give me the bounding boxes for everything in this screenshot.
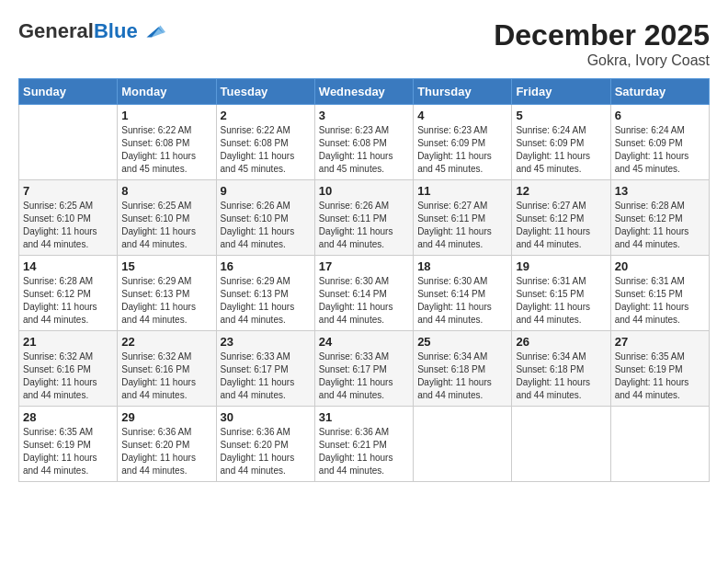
day-number: 3 — [319, 109, 409, 122]
calendar-table: SundayMondayTuesdayWednesdayThursdayFrid… — [18, 78, 710, 482]
calendar-cell: 16Sunrise: 6:29 AM Sunset: 6:13 PM Dayli… — [216, 256, 314, 331]
calendar-cell: 29Sunrise: 6:36 AM Sunset: 6:20 PM Dayli… — [118, 407, 216, 482]
day-info: Sunrise: 6:23 AM Sunset: 6:08 PM Dayligh… — [319, 124, 409, 176]
calendar-cell: 28Sunrise: 6:35 AM Sunset: 6:19 PM Dayli… — [19, 407, 118, 482]
day-number: 17 — [319, 259, 409, 273]
day-number: 5 — [516, 109, 606, 122]
day-info: Sunrise: 6:28 AM Sunset: 6:12 PM Dayligh… — [23, 275, 113, 327]
day-number: 8 — [121, 184, 211, 198]
logo-blue-text: Blue — [94, 19, 138, 42]
logo: GeneralBlue — [18, 18, 165, 44]
day-info: Sunrise: 6:25 AM Sunset: 6:10 PM Dayligh… — [23, 200, 113, 251]
weekday-header: Monday — [118, 79, 216, 105]
day-number: 15 — [121, 259, 211, 273]
day-info: Sunrise: 6:29 AM Sunset: 6:13 PM Dayligh… — [221, 275, 311, 327]
day-info: Sunrise: 6:22 AM Sunset: 6:08 PM Dayligh… — [221, 124, 311, 176]
calendar-cell: 2Sunrise: 6:22 AM Sunset: 6:08 PM Daylig… — [216, 105, 314, 180]
day-info: Sunrise: 6:30 AM Sunset: 6:14 PM Dayligh… — [417, 275, 507, 327]
day-number: 18 — [417, 259, 507, 273]
weekday-header: Thursday — [414, 79, 512, 105]
calendar-cell: 7Sunrise: 6:25 AM Sunset: 6:10 PM Daylig… — [19, 180, 118, 256]
weekday-header: Wednesday — [314, 79, 413, 105]
calendar-cell — [512, 407, 610, 482]
day-number: 2 — [221, 109, 311, 122]
day-info: Sunrise: 6:36 AM Sunset: 6:21 PM Dayligh… — [319, 426, 409, 477]
day-info: Sunrise: 6:25 AM Sunset: 6:10 PM Dayligh… — [121, 200, 211, 251]
calendar-cell: 25Sunrise: 6:34 AM Sunset: 6:18 PM Dayli… — [414, 331, 512, 407]
calendar-header-row: SundayMondayTuesdayWednesdayThursdayFrid… — [19, 79, 710, 105]
calendar-cell: 26Sunrise: 6:34 AM Sunset: 6:18 PM Dayli… — [512, 331, 610, 407]
day-info: Sunrise: 6:30 AM Sunset: 6:14 PM Dayligh… — [319, 275, 409, 327]
calendar-cell: 11Sunrise: 6:27 AM Sunset: 6:11 PM Dayli… — [414, 180, 512, 256]
day-info: Sunrise: 6:24 AM Sunset: 6:09 PM Dayligh… — [516, 124, 606, 176]
day-info: Sunrise: 6:36 AM Sunset: 6:20 PM Dayligh… — [121, 426, 211, 477]
month-year-title: December 2025 — [494, 18, 710, 52]
day-info: Sunrise: 6:27 AM Sunset: 6:11 PM Dayligh… — [417, 200, 507, 251]
calendar-cell: 22Sunrise: 6:32 AM Sunset: 6:16 PM Dayli… — [118, 331, 216, 407]
day-number: 1 — [121, 109, 211, 122]
calendar-week-row: 28Sunrise: 6:35 AM Sunset: 6:19 PM Dayli… — [19, 407, 710, 482]
day-number: 22 — [121, 335, 211, 349]
calendar-cell: 20Sunrise: 6:31 AM Sunset: 6:15 PM Dayli… — [610, 256, 709, 331]
day-info: Sunrise: 6:26 AM Sunset: 6:10 PM Dayligh… — [221, 200, 311, 251]
day-number: 25 — [417, 335, 507, 349]
day-number: 31 — [319, 410, 409, 424]
day-number: 19 — [516, 259, 606, 273]
weekday-header: Sunday — [19, 79, 118, 105]
calendar-cell: 12Sunrise: 6:27 AM Sunset: 6:12 PM Dayli… — [512, 180, 610, 256]
calendar-cell: 31Sunrise: 6:36 AM Sunset: 6:21 PM Dayli… — [314, 407, 413, 482]
calendar-cell: 15Sunrise: 6:29 AM Sunset: 6:13 PM Dayli… — [118, 256, 216, 331]
day-number: 9 — [221, 184, 311, 198]
day-number: 20 — [615, 259, 705, 273]
calendar-cell: 1Sunrise: 6:22 AM Sunset: 6:08 PM Daylig… — [118, 105, 216, 180]
calendar-cell: 27Sunrise: 6:35 AM Sunset: 6:19 PM Dayli… — [610, 331, 709, 407]
day-number: 27 — [615, 335, 705, 349]
weekday-header: Tuesday — [216, 79, 314, 105]
calendar-cell: 4Sunrise: 6:23 AM Sunset: 6:09 PM Daylig… — [414, 105, 512, 180]
day-info: Sunrise: 6:35 AM Sunset: 6:19 PM Dayligh… — [615, 350, 705, 402]
day-info: Sunrise: 6:33 AM Sunset: 6:17 PM Dayligh… — [221, 350, 311, 402]
day-info: Sunrise: 6:32 AM Sunset: 6:16 PM Dayligh… — [121, 350, 211, 402]
calendar-week-row: 7Sunrise: 6:25 AM Sunset: 6:10 PM Daylig… — [19, 180, 710, 256]
calendar-cell: 23Sunrise: 6:33 AM Sunset: 6:17 PM Dayli… — [216, 331, 314, 407]
calendar-cell: 3Sunrise: 6:23 AM Sunset: 6:08 PM Daylig… — [314, 105, 413, 180]
day-number: 24 — [319, 335, 409, 349]
calendar-cell: 9Sunrise: 6:26 AM Sunset: 6:10 PM Daylig… — [216, 180, 314, 256]
page-header: GeneralBlue December 2025 Gokra, Ivory C… — [18, 18, 710, 69]
calendar-cell — [610, 407, 709, 482]
day-number: 11 — [417, 184, 507, 198]
day-info: Sunrise: 6:29 AM Sunset: 6:13 PM Dayligh… — [121, 275, 211, 327]
calendar-cell — [414, 407, 512, 482]
calendar-cell: 8Sunrise: 6:25 AM Sunset: 6:10 PM Daylig… — [118, 180, 216, 256]
day-info: Sunrise: 6:28 AM Sunset: 6:12 PM Dayligh… — [615, 200, 705, 251]
day-info: Sunrise: 6:32 AM Sunset: 6:16 PM Dayligh… — [23, 350, 113, 402]
title-block: December 2025 Gokra, Ivory Coast — [494, 18, 710, 69]
location-subtitle: Gokra, Ivory Coast — [494, 52, 710, 69]
day-number: 29 — [121, 410, 211, 424]
calendar-cell: 13Sunrise: 6:28 AM Sunset: 6:12 PM Dayli… — [610, 180, 709, 256]
calendar-week-row: 1Sunrise: 6:22 AM Sunset: 6:08 PM Daylig… — [19, 105, 710, 180]
logo-general-text: General — [18, 19, 94, 42]
day-info: Sunrise: 6:35 AM Sunset: 6:19 PM Dayligh… — [23, 426, 113, 477]
day-info: Sunrise: 6:27 AM Sunset: 6:12 PM Dayligh… — [516, 200, 606, 251]
day-number: 23 — [221, 335, 311, 349]
day-number: 13 — [615, 184, 705, 198]
day-info: Sunrise: 6:31 AM Sunset: 6:15 PM Dayligh… — [615, 275, 705, 327]
day-info: Sunrise: 6:22 AM Sunset: 6:08 PM Dayligh… — [121, 124, 211, 176]
day-number: 28 — [23, 410, 113, 424]
day-number: 12 — [516, 184, 606, 198]
calendar-cell: 6Sunrise: 6:24 AM Sunset: 6:09 PM Daylig… — [610, 105, 709, 180]
weekday-header: Friday — [512, 79, 610, 105]
day-number: 10 — [319, 184, 409, 198]
day-number: 7 — [23, 184, 113, 198]
calendar-cell — [19, 105, 118, 180]
day-info: Sunrise: 6:33 AM Sunset: 6:17 PM Dayligh… — [319, 350, 409, 402]
day-number: 14 — [23, 259, 113, 273]
day-info: Sunrise: 6:23 AM Sunset: 6:09 PM Dayligh… — [417, 124, 507, 176]
day-number: 26 — [516, 335, 606, 349]
calendar-week-row: 21Sunrise: 6:32 AM Sunset: 6:16 PM Dayli… — [19, 331, 710, 407]
calendar-week-row: 14Sunrise: 6:28 AM Sunset: 6:12 PM Dayli… — [19, 256, 710, 331]
day-number: 30 — [221, 410, 311, 424]
calendar-cell: 19Sunrise: 6:31 AM Sunset: 6:15 PM Dayli… — [512, 256, 610, 331]
logo-icon — [140, 18, 165, 44]
